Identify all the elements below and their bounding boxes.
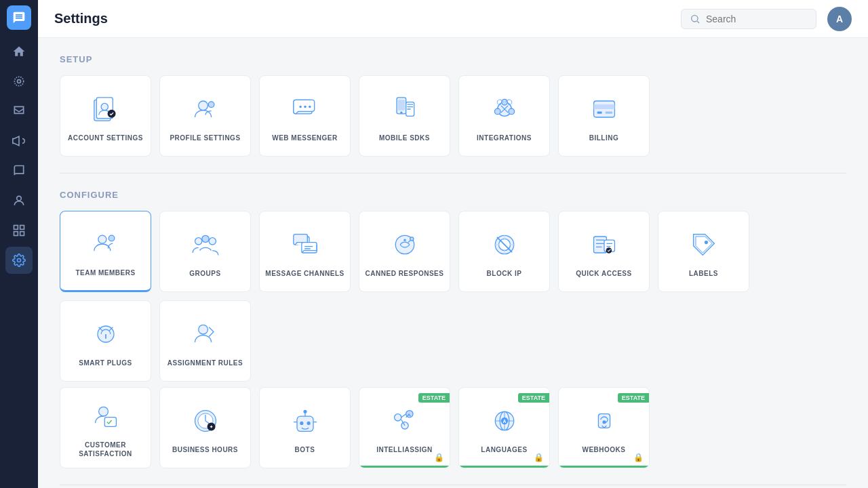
business-hours-icon <box>186 402 224 440</box>
configure-cards-grid: TEAM MEMBERS GROUPS <box>60 211 846 382</box>
divider-setup-configure <box>60 173 846 174</box>
card-label: ACCOUNT SETTINGS <box>68 134 143 142</box>
svg-point-66 <box>602 420 606 424</box>
assignment-rules-icon <box>186 315 224 353</box>
svg-point-45 <box>606 247 612 253</box>
smart-plugs-icon <box>87 315 125 353</box>
card-smart-plugs[interactable]: SMART PLUGS <box>60 300 151 382</box>
svg-point-33 <box>195 237 201 244</box>
sidebar-item-reports[interactable] <box>5 217 33 244</box>
search-input[interactable] <box>706 14 808 24</box>
svg-point-55 <box>300 421 303 424</box>
groups-icon <box>186 226 224 264</box>
card-intelliassign[interactable]: ESTATE INTELLIASSIGN 🔒 <box>359 387 450 468</box>
sidebar-logo[interactable] <box>7 5 31 30</box>
header: Settings A <box>38 0 868 38</box>
search-icon <box>690 14 701 24</box>
sidebar-item-book[interactable] <box>5 157 33 184</box>
svg-rect-5 <box>14 232 18 236</box>
sidebar-item-inbox2[interactable] <box>5 98 33 125</box>
customer-satisfaction-icon <box>87 397 125 435</box>
card-label: ASSIGNMENT RULES <box>167 359 243 367</box>
card-customer-satisfaction[interactable]: CUSTOMER SATISFACTION <box>60 387 151 468</box>
card-account-settings[interactable]: ACCOUNT SETTINGS <box>60 75 151 157</box>
quick-access-icon <box>585 226 623 264</box>
card-label: WEBHOOKS <box>583 445 626 454</box>
lock-icon: 🔒 <box>633 453 644 462</box>
card-labels[interactable]: LABELS <box>658 211 749 292</box>
header-avatar[interactable]: A <box>827 7 852 31</box>
svg-point-17 <box>304 105 306 107</box>
card-label: INTELLIASSIGN <box>376 445 433 454</box>
svg-point-60 <box>401 422 408 428</box>
lock-icon: 🔒 <box>434 453 444 462</box>
estate-badge-intelliassign: ESTATE <box>418 393 450 403</box>
svg-point-2 <box>17 196 22 201</box>
card-profile-settings[interactable]: PROFILE SETTINGS <box>159 75 251 157</box>
card-canned-responses[interactable]: CANNED RESPONSES <box>359 211 450 292</box>
card-message-channels[interactable]: MESSAGE CHANNELS <box>259 211 351 292</box>
card-assignment-rules[interactable]: ASSIGNMENT RULES <box>159 300 251 382</box>
configure-section: CONFIGURE TEAM MEMBERS <box>60 190 846 468</box>
lock-icon: 🔒 <box>534 453 544 462</box>
sidebar-item-megaphone[interactable] <box>5 127 33 155</box>
divider-configure-security <box>60 485 846 485</box>
svg-point-49 <box>98 407 108 416</box>
estate-bottom-bar <box>459 466 549 468</box>
card-label: BUSINESS HOURS <box>172 445 238 454</box>
search-box[interactable] <box>681 9 816 29</box>
billing-icon <box>585 90 623 128</box>
card-team-members[interactable]: TEAM MEMBERS <box>60 211 151 292</box>
card-web-messenger[interactable]: WEB MESSENGER <box>259 75 351 157</box>
integrations-icon <box>486 90 524 128</box>
card-languages[interactable]: ESTATE A LANGUAGES 🔒 <box>458 387 550 468</box>
svg-point-0 <box>18 80 21 83</box>
svg-text:A: A <box>502 419 506 424</box>
card-block-ip[interactable]: BLOCK IP <box>458 211 550 292</box>
card-label: TEAM MEMBERS <box>75 268 135 277</box>
account-settings-icon <box>87 90 125 128</box>
card-label: CANNED RESPONSES <box>366 269 444 278</box>
setup-section: SETUP ACCOUNT SETTINGS <box>60 54 846 157</box>
svg-point-48 <box>198 325 208 334</box>
card-groups[interactable]: GROUPS <box>159 211 251 292</box>
bots-icon <box>286 402 324 440</box>
card-integrations[interactable]: INTEGRATIONS <box>458 75 550 157</box>
svg-point-57 <box>303 409 307 413</box>
intelliassign-icon <box>386 402 424 440</box>
svg-point-11 <box>101 103 108 110</box>
card-label: CUSTOMER SATISFACTION <box>60 441 151 458</box>
svg-point-35 <box>209 237 216 244</box>
card-label: GROUPS <box>189 269 220 278</box>
card-business-hours[interactable]: BUSINESS HOURS <box>159 387 251 468</box>
webhooks-icon <box>585 402 623 440</box>
card-webhooks[interactable]: ESTATE WEBHOOKS 🔒 <box>558 387 650 468</box>
card-mobile-sdks[interactable]: MOBILE SDKS <box>359 75 450 157</box>
svg-point-8 <box>692 15 698 21</box>
estate-bottom-bar <box>359 466 450 468</box>
card-quick-access[interactable]: QUICK ACCESS <box>558 211 650 292</box>
sidebar-item-contacts[interactable] <box>5 187 33 214</box>
card-label: BOTS <box>295 445 315 454</box>
sidebar-item-settings[interactable] <box>5 247 33 274</box>
svg-point-24 <box>501 99 507 105</box>
svg-rect-4 <box>20 226 24 230</box>
card-bots[interactable]: BOTS <box>259 387 351 468</box>
card-label: INTEGRATIONS <box>477 134 532 142</box>
svg-rect-37 <box>301 242 316 252</box>
sidebar-item-home[interactable] <box>5 38 33 65</box>
estate-bottom-bar <box>559 466 649 468</box>
sidebar-item-inbox[interactable] <box>5 68 33 95</box>
svg-point-32 <box>108 235 115 241</box>
card-billing[interactable]: BILLING <box>558 75 650 157</box>
svg-point-18 <box>309 105 311 107</box>
svg-point-25 <box>509 108 515 115</box>
svg-point-40 <box>410 237 413 240</box>
setup-cards-grid: ACCOUNT SETTINGS PROFILE SETTINGS <box>60 75 846 157</box>
configure-cards-grid-2: CUSTOMER SATISFACTION BUSINESS HOURS <box>60 387 846 468</box>
labels-icon <box>685 226 723 264</box>
web-messenger-icon <box>286 90 324 128</box>
profile-settings-icon <box>186 90 224 128</box>
svg-rect-20 <box>397 100 404 110</box>
card-label: SMART PLUGS <box>79 359 132 367</box>
